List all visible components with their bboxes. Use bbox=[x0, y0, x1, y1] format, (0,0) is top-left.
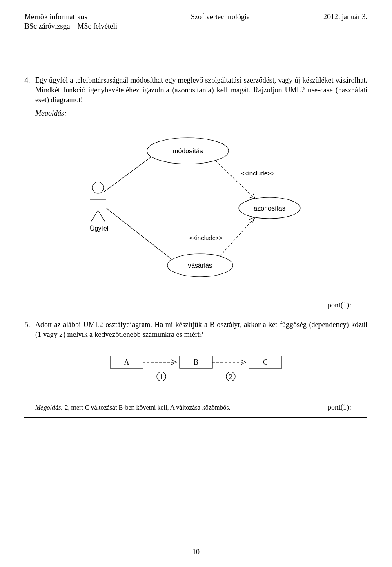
svg-point-0 bbox=[92, 182, 104, 193]
assoc-actor-modify bbox=[104, 157, 151, 192]
question-4-number: 4. bbox=[24, 75, 35, 85]
question-4: 4.Egy ügyfél a telefontársaságnál módosí… bbox=[24, 75, 368, 118]
question-5: 5.Adott az alábbi UML2 osztálydiagram. H… bbox=[24, 320, 368, 340]
header-center: Szoftvertechnológia bbox=[191, 12, 250, 22]
question-5-solution-row: Megoldás: 2, mert C változását B-ben köv… bbox=[24, 402, 368, 413]
svg-line-4 bbox=[98, 210, 105, 222]
label-2: 2 bbox=[229, 373, 232, 380]
page-header: Mérnök informatikus BSc záróvizsga – MSc… bbox=[24, 12, 368, 31]
question-5-solution-text: 2, mert C változását B-ben követni kell,… bbox=[65, 404, 230, 411]
usecase-diagram: Ügyfél módosítás vásárlás azonosítás <<i… bbox=[24, 126, 368, 291]
separator-rule-2 bbox=[24, 417, 368, 418]
actor-label: Ügyfél bbox=[90, 225, 108, 232]
arrowhead-icon bbox=[249, 217, 255, 223]
question-5-solution-label: Megoldás: bbox=[35, 404, 63, 411]
header-rule bbox=[24, 34, 368, 34]
class-a-label: A bbox=[124, 358, 129, 366]
class-b-label: B bbox=[194, 358, 198, 366]
question-4-solution-label: Megoldás: bbox=[35, 108, 368, 118]
question-4-text: Egy ügyfél a telefontársaságnál módosíth… bbox=[35, 76, 368, 104]
include-label-2: <<include>> bbox=[189, 234, 223, 241]
header-left-line1: Mérnök informatikus bbox=[24, 12, 117, 22]
usecase-identify-label: azonosítás bbox=[254, 205, 285, 212]
usecase-modify-label: módosítás bbox=[173, 148, 203, 155]
actor-icon bbox=[90, 182, 106, 222]
points-box-q4 bbox=[354, 300, 368, 311]
assoc-actor-buy bbox=[106, 208, 172, 259]
question-4-points: pont(1): bbox=[24, 300, 368, 311]
separator-rule bbox=[24, 314, 368, 314]
points-box-q5 bbox=[354, 402, 368, 413]
page-number: 10 bbox=[0, 548, 392, 556]
points-label-q4: pont(1): bbox=[327, 301, 351, 309]
usecase-buy-label: vásárlás bbox=[188, 262, 212, 269]
svg-line-3 bbox=[91, 210, 98, 222]
class-diagram: A B C 1 2 bbox=[24, 352, 368, 390]
question-5-text: Adott az alábbi UML2 osztálydiagram. Ha … bbox=[35, 320, 368, 338]
question-5-number: 5. bbox=[24, 320, 35, 329]
include-label-1: <<include>> bbox=[241, 170, 275, 177]
include-buy-identify bbox=[220, 217, 255, 256]
label-1: 1 bbox=[160, 373, 163, 380]
include-modify-identify bbox=[216, 161, 255, 199]
class-c-label: C bbox=[263, 358, 268, 366]
header-right: 2012. január 3. bbox=[323, 12, 368, 22]
header-left-line2: BSc záróvizsga – MSc felvételi bbox=[24, 22, 117, 31]
points-label-q5: pont(1): bbox=[327, 403, 351, 412]
